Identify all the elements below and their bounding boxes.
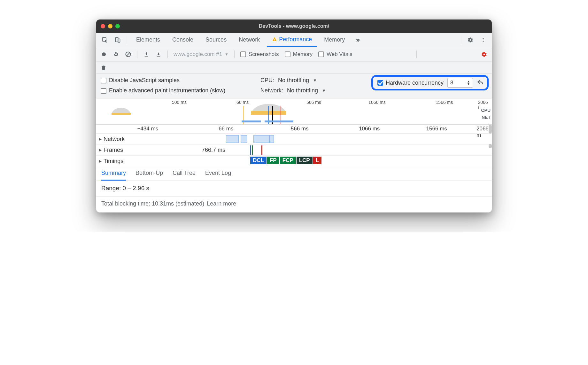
tab-memory[interactable]: Memory <box>319 33 350 47</box>
reload-record-button[interactable] <box>113 51 119 58</box>
ruler-tick: 66 ms <box>219 126 235 132</box>
disable-js-samples-input[interactable] <box>101 78 106 83</box>
tab-sources[interactable]: Sources <box>200 33 232 47</box>
tab-label: Sources <box>205 36 227 43</box>
download-profile-button[interactable] <box>155 51 162 58</box>
tab-bottom-up[interactable]: Bottom-Up <box>135 170 163 181</box>
tab-performance[interactable]: Performance <box>267 33 317 47</box>
divider <box>127 36 127 44</box>
marker <box>250 145 251 155</box>
scrollbar-thumb[interactable] <box>489 144 492 148</box>
divider <box>416 50 417 58</box>
chevron-down-icon: ▼ <box>313 78 317 83</box>
settings-gear-icon[interactable] <box>465 35 476 45</box>
hardware-concurrency-checkbox[interactable]: Hardware concurrency <box>377 80 444 86</box>
record-button[interactable] <box>101 51 107 58</box>
tab-network[interactable]: Network <box>234 33 265 47</box>
device-toolbar-icon[interactable] <box>112 35 123 45</box>
tab-label: Memory <box>324 36 345 43</box>
checkbox-label: Web Vitals <box>327 51 352 58</box>
recording-select[interactable]: www.google.com #1 ▼ <box>174 51 228 58</box>
memory-checkbox-input[interactable] <box>285 51 290 57</box>
network-entry[interactable] <box>269 135 274 143</box>
hardware-concurrency-input[interactable] <box>377 80 383 86</box>
overview-tick: 500 ms <box>172 100 187 105</box>
net-bar <box>242 120 261 122</box>
stepper-arrows-icon[interactable]: ▲▼ <box>467 80 470 85</box>
warning-icon <box>272 37 277 42</box>
performance-toolbar-2 <box>96 62 492 74</box>
tab-label: Bottom-Up <box>135 170 163 176</box>
inspect-element-icon[interactable] <box>99 35 110 45</box>
network-entry[interactable] <box>253 135 269 143</box>
advanced-paint-checkbox[interactable]: Enable advanced paint instrumentation (s… <box>101 87 225 94</box>
recording-name: www.google.com #1 <box>174 51 222 58</box>
checkbox-label: Screenshots <box>249 51 279 58</box>
select-value: No throttling <box>287 87 318 94</box>
checkbox-label: Memory <box>293 51 313 58</box>
svg-rect-4 <box>274 40 275 41</box>
window-title: DevTools - www.google.com/ <box>96 23 492 29</box>
capture-settings-gear-icon[interactable] <box>481 51 487 58</box>
performance-toolbar: www.google.com #1 ▼ Screenshots Memory W… <box>96 47 492 62</box>
svg-point-6 <box>483 39 484 40</box>
network-entry[interactable] <box>226 135 239 143</box>
svg-line-10 <box>127 53 130 56</box>
tab-summary[interactable]: Summary <box>101 170 126 181</box>
network-track[interactable]: ▶ Network <box>96 134 492 144</box>
tab-elements[interactable]: Elements <box>131 33 165 47</box>
tab-event-log[interactable]: Event Log <box>205 170 231 181</box>
screenshots-checkbox[interactable]: Screenshots <box>240 51 279 58</box>
timings-track[interactable]: ▶ Timings DCL FP FCP LCP L <box>96 155 492 167</box>
undo-button[interactable] <box>477 79 484 86</box>
checkbox-label: Hardware concurrency <box>386 80 444 86</box>
hardware-concurrency-stepper[interactable]: 8 ▲▼ <box>447 78 473 88</box>
track-label: Timings <box>104 158 123 165</box>
disable-js-samples-checkbox[interactable]: Disable JavaScript samples <box>101 77 180 84</box>
timing-badge-fcp[interactable]: FCP <box>280 157 297 164</box>
scrollbar-thumb[interactable] <box>489 125 492 134</box>
flame-chart[interactable]: −434 ms 66 ms 566 ms 1066 ms 1566 ms 206… <box>96 125 492 167</box>
timing-badge-lcp[interactable]: LCP <box>297 157 313 164</box>
memory-checkbox[interactable]: Memory <box>285 51 313 58</box>
clear-button[interactable] <box>125 51 131 58</box>
timing-badge-l[interactable]: L <box>313 157 322 164</box>
screenshots-checkbox-input[interactable] <box>240 51 246 57</box>
learn-more-link[interactable]: Learn more <box>207 200 236 207</box>
svg-point-8 <box>102 52 106 56</box>
chevron-down-icon: ▼ <box>322 88 326 93</box>
marker <box>261 145 262 155</box>
cpu-throttle-select[interactable]: No throttling ▼ <box>278 77 317 84</box>
more-tabs-icon[interactable]: » <box>352 35 363 45</box>
web-vitals-checkbox-input[interactable] <box>318 51 324 57</box>
svg-point-5 <box>483 38 484 39</box>
overview-strip[interactable]: 500 ms 66 ms 566 ms 1066 ms 1566 ms 2066… <box>96 98 492 125</box>
frames-track[interactable]: ▶ Frames 766.7 ms <box>96 144 492 155</box>
zoom-window-button[interactable] <box>115 24 120 28</box>
expand-toggle-icon[interactable]: ▶ <box>99 148 102 152</box>
tab-call-tree[interactable]: Call Tree <box>173 170 196 181</box>
marker <box>252 145 253 155</box>
scrollbar[interactable] <box>488 125 492 144</box>
advanced-paint-input[interactable] <box>101 88 106 94</box>
minimize-window-button[interactable] <box>108 24 112 28</box>
traffic-lights <box>101 24 120 28</box>
ruler-tick: 1566 ms <box>426 126 448 132</box>
trash-button[interactable] <box>101 65 106 71</box>
upload-profile-button[interactable] <box>143 51 150 58</box>
web-vitals-checkbox[interactable]: Web Vitals <box>318 51 352 58</box>
tab-console[interactable]: Console <box>167 33 198 47</box>
kebab-menu-icon[interactable] <box>478 35 489 45</box>
ruler-tick: −434 ms <box>137 126 159 132</box>
overview-graph <box>96 106 479 124</box>
cpu-throttle-label: CPU: <box>260 77 274 84</box>
expand-toggle-icon[interactable]: ▶ <box>99 159 102 163</box>
close-window-button[interactable] <box>101 24 105 28</box>
divider <box>137 50 137 58</box>
overview-tick: 566 ms <box>306 100 321 105</box>
expand-toggle-icon[interactable]: ▶ <box>99 137 102 141</box>
network-entry[interactable] <box>241 135 247 143</box>
timing-badge-fp[interactable]: FP <box>267 157 280 164</box>
network-throttle-select[interactable]: No throttling ▼ <box>287 87 326 94</box>
timing-badge-dcl[interactable]: DCL <box>250 157 267 164</box>
